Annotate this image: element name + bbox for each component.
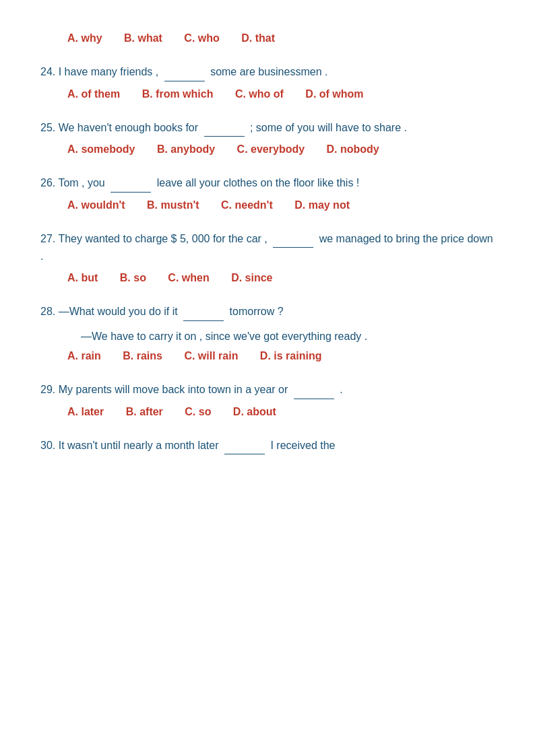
- q25-blank: [204, 119, 245, 137]
- option-29a: A. later: [67, 406, 104, 417]
- q29-after: .: [340, 384, 342, 395]
- option-29c: C. so: [185, 406, 211, 417]
- q27-before: They wanted to charge $ 5, 000 for the c…: [58, 233, 267, 244]
- q28-blank: [183, 303, 224, 321]
- q29-before: My parents will move back into town in a…: [59, 384, 288, 395]
- option-27c: C. when: [168, 272, 209, 283]
- question-26-text: 26. Tom , you leave all your clothes on …: [40, 174, 495, 193]
- option-25b: B. anybody: [157, 143, 215, 155]
- option-23d: D. that: [241, 32, 275, 44]
- option-23a: A. why: [67, 32, 102, 44]
- option-24b: B. from which: [142, 88, 214, 100]
- question-30-text: 30. It wasn't until nearly a month later…: [40, 437, 495, 455]
- option-27b: B. so: [120, 272, 146, 283]
- q28-number: 28.: [40, 306, 55, 317]
- option-23c: C. who: [184, 32, 219, 44]
- question-27-text: 27. They wanted to charge $ 5, 000 for t…: [40, 230, 495, 265]
- q27-blank: [273, 230, 313, 248]
- option-25c: C. everybody: [237, 143, 305, 155]
- question-29: 29. My parents will move back into town …: [40, 381, 495, 418]
- question-28: 28. —What would you do if it tomorrow ? …: [40, 303, 495, 362]
- q30-number: 30.: [40, 440, 55, 451]
- question-29-text: 29. My parents will move back into town …: [40, 381, 495, 399]
- q26-blank: [111, 174, 151, 193]
- option-24d: D. of whom: [305, 88, 363, 100]
- option-29d: D. about: [233, 406, 276, 417]
- question-23-options: A. why B. what C. who D. that: [40, 32, 495, 44]
- question-24: 24. I have many friends , some are busin…: [40, 63, 495, 100]
- q24-after: some are businessmen .: [210, 66, 327, 77]
- option-27a: A. but: [67, 272, 98, 283]
- option-23b: B. what: [124, 32, 162, 44]
- option-28c: C. will rain: [184, 350, 238, 362]
- q24-before: I have many friends ,: [59, 66, 159, 77]
- q29-number: 29.: [40, 384, 55, 395]
- q30-blank: [224, 437, 265, 455]
- option-24c: C. who of: [235, 88, 284, 100]
- q26-before: Tom , you: [58, 177, 104, 188]
- option-28d: D. is raining: [260, 350, 322, 362]
- question-27: 27. They wanted to charge $ 5, 000 for t…: [40, 230, 495, 284]
- q28-line1-before: —What would you do if it: [59, 306, 178, 317]
- question-25-text: 25. We haven't enough books for ; some o…: [40, 119, 495, 137]
- option-25d: D. nobody: [327, 143, 379, 155]
- q28-line1-after: tomorrow ?: [230, 306, 284, 317]
- question-28-line2: —We have to carry it on , since we've go…: [40, 328, 495, 345]
- q25-number: 25.: [40, 122, 55, 133]
- options-23: A. why B. what C. who D. that: [40, 32, 495, 44]
- q25-after: ; some of you will have to share .: [250, 122, 407, 133]
- q30-after: I received the: [270, 440, 335, 451]
- q26-after: leave all your clothes on the floor like…: [157, 177, 360, 188]
- option-28b: B. rains: [123, 350, 162, 362]
- option-27d: D. since: [231, 272, 272, 283]
- options-26: A. wouldn't B. mustn't C. needn't D. may…: [40, 199, 495, 211]
- q26-number: 26.: [40, 177, 55, 188]
- question-30: 30. It wasn't until nearly a month later…: [40, 437, 495, 455]
- question-26: 26. Tom , you leave all your clothes on …: [40, 174, 495, 211]
- option-24a: A. of them: [67, 88, 120, 100]
- q29-blank: [294, 381, 334, 399]
- q27-number: 27.: [40, 233, 55, 244]
- question-28-text: 28. —What would you do if it tomorrow ?: [40, 303, 495, 321]
- options-27: A. but B. so C. when D. since: [40, 272, 495, 284]
- question-25: 25. We haven't enough books for ; some o…: [40, 119, 495, 156]
- option-26a: A. wouldn't: [67, 199, 125, 211]
- options-29: A. later B. after C. so D. about: [40, 406, 495, 418]
- option-26b: B. mustn't: [147, 199, 199, 211]
- options-25: A. somebody B. anybody C. everybody D. n…: [40, 143, 495, 156]
- option-26d: D. may not: [294, 199, 350, 211]
- options-24: A. of them B. from which C. who of D. of…: [40, 88, 495, 100]
- q30-before: It wasn't until nearly a month later: [59, 440, 219, 451]
- option-25a: A. somebody: [67, 143, 135, 155]
- question-24-text: 24. I have many friends , some are busin…: [40, 63, 495, 81]
- option-29b: B. after: [126, 406, 163, 417]
- q25-before: We haven't enough books for: [59, 122, 198, 133]
- option-28a: A. rain: [67, 350, 101, 362]
- q24-blank: [164, 63, 205, 81]
- option-26c: C. needn't: [221, 199, 273, 211]
- options-28: A. rain B. rains C. will rain D. is rain…: [40, 350, 495, 362]
- q24-number: 24.: [40, 66, 55, 77]
